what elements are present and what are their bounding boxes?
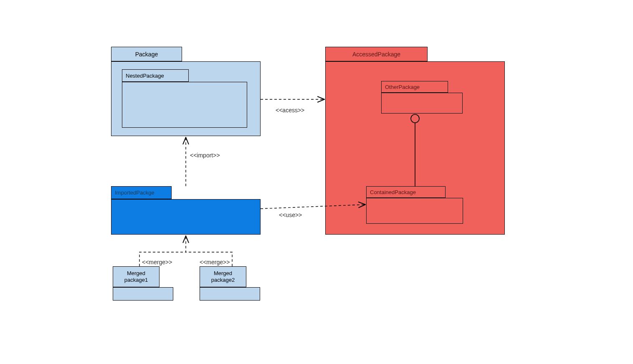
merged-package2-tab: Merged package2	[200, 266, 246, 287]
access-label: <<acess>>	[276, 107, 304, 114]
package-label: Package	[135, 51, 158, 58]
nested-package-body	[122, 82, 247, 128]
merged-package2-body	[200, 287, 260, 301]
package-tab: Package	[111, 47, 182, 61]
nested-package-tab: NestedPackage	[122, 69, 189, 82]
merged1-line2: package1	[124, 277, 148, 283]
accessed-package-label: AccessedPackage	[352, 51, 400, 58]
imported-package-body	[111, 199, 261, 235]
other-package-label: OtherPackage	[385, 84, 420, 90]
import-label: <<import>>	[190, 152, 220, 159]
imported-package-tab: ImportedPackge	[111, 186, 172, 199]
merged2-line2: package2	[211, 277, 235, 283]
contained-package-label: ContainedPackage	[370, 189, 416, 195]
merged1-line1: Merged	[127, 270, 145, 277]
merged2-line1: Merged	[214, 270, 232, 277]
imported-package-label: ImportedPackge	[115, 190, 154, 196]
merge2-label: <<merge>>	[200, 259, 230, 265]
other-package-tab: OtherPackage	[381, 81, 448, 93]
merge1-label: <<merge>>	[142, 259, 172, 265]
nested-package-label: NestedPackage	[126, 73, 164, 79]
merged-package1-tab: Merged package1	[113, 266, 160, 287]
use-label: <<use>>	[279, 212, 302, 218]
contained-package-body	[366, 198, 463, 224]
merged-package1-body	[113, 287, 173, 301]
connectors-layer	[0, 0, 633, 364]
accessed-package-tab: AccessedPackage	[325, 47, 428, 61]
other-package-body	[381, 93, 463, 114]
contained-package-tab: ContainedPackage	[366, 186, 446, 198]
